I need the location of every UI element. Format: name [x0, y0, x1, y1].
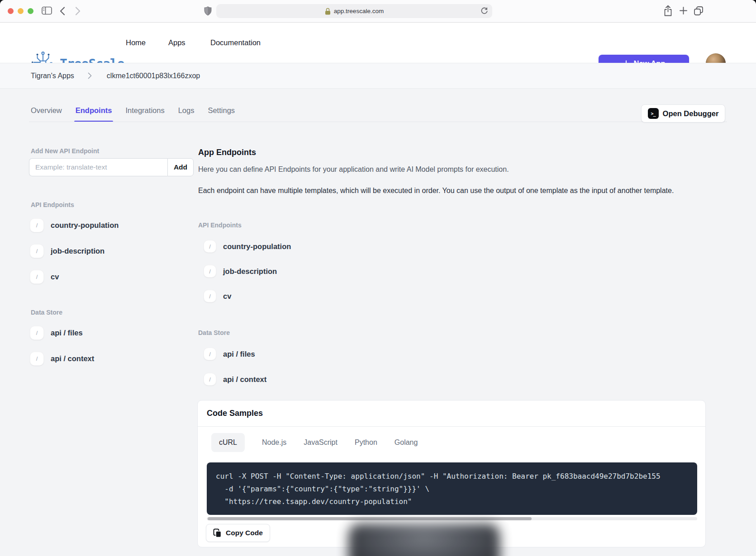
bottom-overlay-shadow [348, 523, 500, 556]
slash-badge: / [204, 240, 216, 253]
tabs-divider [29, 122, 727, 122]
url-text: app.treescale.com [334, 8, 384, 14]
sidebar-api-endpoints-label: API Endpoints [31, 201, 74, 208]
nav-apps[interactable]: Apps [168, 23, 185, 63]
browser-chrome: app.treescale.com [0, 0, 756, 23]
slash-badge: / [30, 326, 44, 340]
breadcrumb-parent[interactable]: Tigran's Apps [31, 72, 74, 80]
sidebar-endpoint-job-description[interactable]: / job-description [30, 244, 105, 258]
main-endpoint-cv[interactable]: / cv [204, 290, 231, 302]
main-endpoint-job-description[interactable]: / job-description [204, 265, 277, 278]
reload-icon[interactable] [480, 7, 488, 15]
lang-tab-python[interactable]: Python [355, 438, 377, 447]
lang-tab-curl[interactable]: cURL [211, 433, 245, 452]
nav-home[interactable]: Home [126, 23, 146, 63]
slash-badge: / [30, 218, 44, 232]
terminal-icon: >_ [648, 108, 659, 119]
sidebar-endpoint-cv[interactable]: / cv [30, 270, 59, 284]
sidebar-endpoint-country-population[interactable]: / country-population [30, 218, 119, 232]
sidebar-data-store-label: Data Store [31, 309, 62, 316]
tab-integrations[interactable]: Integrations [125, 99, 164, 122]
lang-tab-nodejs[interactable]: Node.js [262, 438, 286, 447]
code-line: -d '{"params":{"country":{"type":"string… [216, 483, 688, 495]
slash-badge: / [204, 265, 216, 278]
address-bar[interactable]: app.treescale.com [216, 4, 492, 18]
scrollbar-thumb[interactable] [208, 517, 532, 520]
lock-icon [325, 8, 331, 15]
code-line: "https://tree.tsapp.dev/country-populati… [216, 495, 688, 508]
copy-code-button[interactable]: Copy Code [206, 524, 270, 542]
main-api-endpoints-label: API Endpoints [198, 221, 242, 229]
back-button[interactable] [60, 7, 65, 15]
tab-settings[interactable]: Settings [208, 99, 235, 122]
sidebar-datastore-api-context[interactable]: / api / context [30, 352, 94, 366]
tab-logs[interactable]: Logs [178, 99, 195, 122]
nav-documentation[interactable]: Documentation [210, 23, 261, 63]
main-datastore-api-context[interactable]: / api / context [204, 373, 266, 386]
breadcrumb-current: clkme1ct60001p83lx166zxop [107, 72, 200, 80]
main-data-store-label: Data Store [198, 329, 230, 336]
code-block: curl -X POST -H "Content-Type: applicati… [207, 462, 697, 515]
language-tabs: cURL Node.js JavaScript Python Golang [211, 433, 418, 452]
code-samples-title: Code Samples [198, 401, 705, 427]
lang-tab-golang[interactable]: Golang [395, 438, 418, 447]
add-endpoint-button[interactable]: Add [167, 158, 194, 176]
tabs-overview-icon[interactable] [694, 6, 704, 16]
page-title: App Endpoints [198, 148, 256, 157]
open-debugger-label: Open Debugger [663, 109, 719, 118]
privacy-shield-icon[interactable] [204, 6, 212, 16]
slash-badge: / [204, 348, 216, 360]
forward-button[interactable] [75, 7, 81, 15]
app-tabs: Overview Endpoints Integrations Logs Set… [31, 99, 235, 122]
page-description-1: Here you can define API Endpoints for yo… [198, 165, 509, 174]
main-endpoint-country-population[interactable]: / country-population [204, 240, 291, 253]
zoom-window-button[interactable] [28, 8, 33, 14]
lang-tab-javascript[interactable]: JavaScript [304, 438, 338, 447]
open-debugger-button[interactable]: >_ Open Debugger [641, 104, 725, 123]
add-endpoint-section-label: Add New API Endpoint [31, 147, 99, 155]
breadcrumb: Tigran's Apps clkme1ct60001p83lx166zxop [0, 63, 756, 89]
add-endpoint-form: Add [29, 158, 194, 176]
new-tab-icon[interactable] [679, 6, 688, 15]
main-datastore-api-files[interactable]: / api / files [204, 348, 255, 360]
browser-window: app.treescale.com [0, 0, 756, 556]
chevron-right-icon [88, 72, 92, 79]
page-description-2: Each endpoint can have multiple template… [198, 184, 691, 198]
minimize-window-button[interactable] [18, 8, 24, 14]
slash-badge: / [30, 244, 44, 258]
copy-code-label: Copy Code [226, 529, 263, 537]
sidebar-datastore-api-files[interactable]: / api / files [30, 326, 83, 340]
new-endpoint-input[interactable] [29, 158, 167, 176]
slash-badge: / [204, 290, 216, 302]
slash-badge: / [30, 270, 44, 284]
tab-endpoints[interactable]: Endpoints [76, 99, 112, 122]
tab-overview[interactable]: Overview [31, 99, 62, 122]
app-header: TreeScale Home Apps Documentation New Ap… [0, 23, 756, 63]
sidebar-toggle-icon[interactable] [42, 6, 52, 15]
slash-badge: / [204, 373, 216, 386]
share-icon[interactable] [663, 5, 673, 17]
copy-icon [213, 528, 222, 538]
code-line: curl -X POST -H "Content-Type: applicati… [216, 470, 688, 483]
slash-badge: / [30, 352, 44, 366]
code-horizontal-scrollbar [207, 517, 697, 520]
close-window-button[interactable] [8, 8, 14, 14]
